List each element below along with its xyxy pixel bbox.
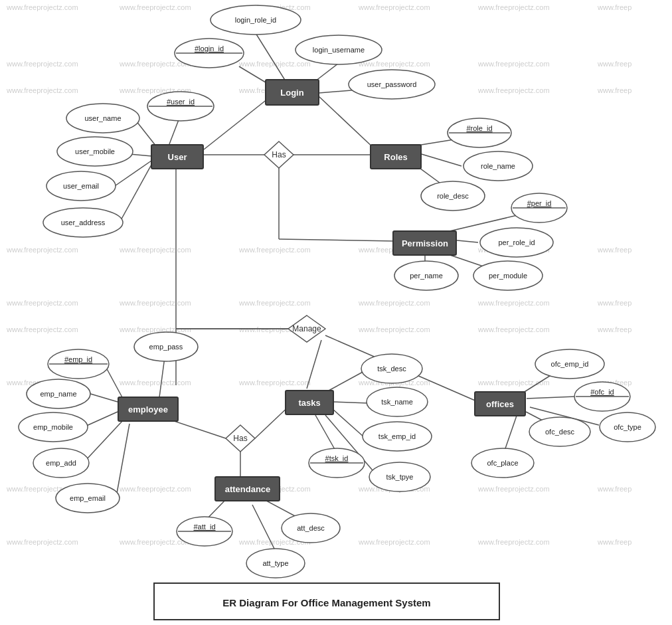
svg-line-78: [307, 340, 321, 389]
svg-text:#emp_id: #emp_id: [64, 355, 92, 363]
svg-line-97: [527, 397, 576, 399]
svg-text:www.freeprojectz.com: www.freeprojectz.com: [6, 60, 78, 68]
svg-text:emp_add: emp_add: [46, 459, 76, 467]
svg-text:#user_id: #user_id: [167, 98, 195, 106]
svg-text:ofc_place: ofc_place: [487, 459, 518, 467]
svg-text:www.freeprojectz.com: www.freeprojectz.com: [119, 299, 191, 307]
svg-text:Permission: Permission: [402, 238, 448, 248]
svg-text:ofc_emp_id: ofc_emp_id: [551, 360, 589, 368]
svg-text:www.freeprojectz.com: www.freeprojectz.com: [477, 299, 550, 307]
svg-text:user_email: user_email: [63, 182, 99, 190]
svg-text:www.freeprojectz.com: www.freeprojectz.com: [238, 299, 311, 307]
svg-text:www.freeprojectz.com: www.freeprojectz.com: [6, 246, 78, 254]
svg-line-59: [319, 96, 375, 149]
svg-text:#role_id: #role_id: [466, 124, 492, 132]
svg-text:#ofc_id: #ofc_id: [590, 388, 614, 396]
svg-text:att_desc: att_desc: [297, 524, 325, 532]
svg-text:Login: Login: [280, 88, 303, 98]
svg-text:Has: Has: [233, 434, 247, 443]
svg-line-54: [256, 33, 286, 81]
svg-line-100: [505, 416, 517, 450]
svg-text:per_module: per_module: [489, 272, 527, 280]
svg-line-85: [86, 420, 123, 460]
svg-text:www.freeprojectz.com: www.freeprojectz.com: [238, 379, 311, 387]
svg-line-64: [120, 165, 151, 223]
svg-text:www.freeprojectz.com: www.freeprojectz.com: [477, 538, 550, 546]
svg-text:www.freeprojectz.com: www.freeprojectz.com: [6, 86, 78, 94]
svg-text:login_role_id: login_role_id: [235, 16, 276, 24]
svg-line-71: [279, 239, 395, 241]
svg-text:www.freeprojectz.com: www.freeprojectz.com: [477, 86, 550, 94]
svg-line-94: [315, 415, 335, 450]
svg-text:tsk_emp_id: tsk_emp_id: [378, 432, 416, 440]
svg-text:#per_id: #per_id: [527, 199, 552, 207]
svg-text:Has: Has: [272, 150, 286, 159]
svg-text:#tsk_id: #tsk_id: [325, 454, 349, 462]
svg-text:www.freeprojectz.com: www.freeprojectz.com: [358, 299, 430, 307]
svg-text:www.freeprojectz.com: www.freeprojectz.com: [119, 379, 191, 387]
svg-text:www.freep: www.freep: [597, 86, 631, 94]
svg-text:www.freeprojectz.com: www.freeprojectz.com: [358, 60, 430, 68]
svg-text:www.freeprojectz.com: www.freeprojectz.com: [358, 325, 430, 333]
svg-line-84: [85, 412, 118, 426]
svg-text:employee: employee: [128, 404, 168, 414]
svg-text:att_type: att_type: [262, 559, 288, 567]
svg-text:Manage: Manage: [292, 324, 321, 333]
svg-text:www.freeprojectz.com: www.freeprojectz.com: [477, 485, 550, 493]
svg-text:www.freeprojectz.com: www.freeprojectz.com: [6, 3, 78, 11]
svg-text:#login_id: #login_id: [195, 45, 224, 52]
svg-text:www.freep: www.freep: [597, 246, 631, 254]
svg-text:www.freeprojectz.com: www.freeprojectz.com: [119, 485, 191, 493]
svg-line-92: [332, 402, 369, 403]
svg-text:www.freeprojectz.com: www.freeprojectz.com: [477, 60, 550, 68]
svg-text:user_password: user_password: [367, 80, 417, 88]
svg-text:www.freeprojectz.com: www.freeprojectz.com: [119, 246, 191, 254]
svg-text:tsk_name: tsk_name: [381, 398, 413, 406]
svg-text:tsk_desc: tsk_desc: [377, 365, 406, 373]
svg-text:emp_mobile: emp_mobile: [33, 423, 73, 431]
svg-text:www.freeprojectz.com: www.freeprojectz.com: [6, 325, 78, 333]
svg-text:user_name: user_name: [84, 114, 121, 122]
svg-line-93: [332, 408, 363, 436]
svg-text:login_username: login_username: [313, 46, 365, 54]
svg-text:www.freep: www.freep: [597, 325, 631, 333]
svg-text:offices: offices: [486, 399, 514, 409]
svg-text:www.freeprojectz.com: www.freeprojectz.com: [6, 538, 78, 546]
svg-text:www.freeprojectz.com: www.freeprojectz.com: [119, 325, 191, 333]
svg-text:per_name: per_name: [410, 272, 443, 280]
svg-text:emp_email: emp_email: [70, 494, 106, 502]
svg-text:www.freep: www.freep: [597, 538, 631, 546]
svg-line-83: [88, 393, 118, 402]
svg-line-60: [136, 121, 156, 146]
svg-text:www.freep: www.freep: [597, 299, 631, 307]
svg-text:tasks: tasks: [298, 398, 320, 408]
caption-text: ER Diagram For Office Management System: [222, 597, 430, 608]
svg-text:ofc_type: ofc_type: [614, 423, 641, 431]
svg-text:www.freep: www.freep: [597, 3, 631, 11]
svg-text:emp_name: emp_name: [40, 390, 76, 398]
svg-line-61: [169, 118, 179, 144]
svg-line-56: [315, 63, 339, 81]
svg-line-62: [129, 154, 151, 156]
svg-text:tsk_tpye: tsk_tpye: [386, 473, 414, 481]
svg-text:Roles: Roles: [384, 152, 407, 162]
svg-text:www.freeprojectz.com: www.freeprojectz.com: [477, 3, 550, 11]
svg-text:www.freeprojectz.com: www.freeprojectz.com: [477, 325, 550, 333]
svg-line-68: [417, 153, 462, 166]
svg-text:www.freeprojectz.com: www.freeprojectz.com: [6, 299, 78, 307]
svg-text:attendance: attendance: [225, 484, 271, 494]
svg-text:www.freeprojectz.com: www.freeprojectz.com: [119, 3, 191, 11]
svg-text:emp_pass: emp_pass: [149, 343, 183, 351]
svg-text:role_name: role_name: [481, 162, 515, 170]
svg-text:#att_id: #att_id: [193, 523, 215, 531]
svg-line-63: [113, 161, 151, 187]
svg-line-87: [159, 357, 165, 397]
svg-text:role_desc: role_desc: [437, 192, 469, 200]
svg-text:user_mobile: user_mobile: [75, 147, 115, 155]
svg-text:www.freeprojectz.com: www.freeprojectz.com: [238, 246, 311, 254]
svg-text:ofc_desc: ofc_desc: [545, 428, 575, 436]
svg-text:www.freep: www.freep: [597, 485, 631, 493]
svg-text:User: User: [168, 152, 187, 162]
svg-text:www.freeprojectz.com: www.freeprojectz.com: [358, 538, 430, 546]
svg-text:www.freep: www.freep: [597, 60, 631, 68]
